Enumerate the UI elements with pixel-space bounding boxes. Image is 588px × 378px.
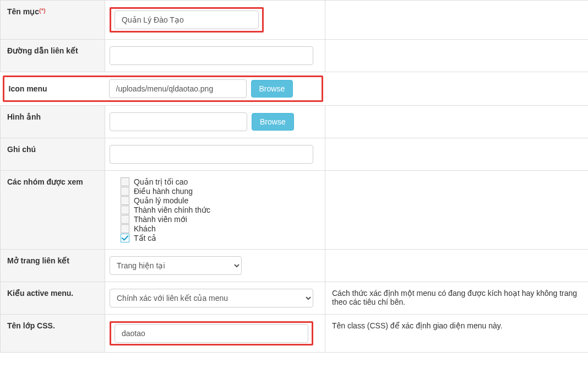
row-css-class: Tên lớp CSS. Tên class (CSS) để xác định…	[1, 315, 589, 353]
groups-list: Quản trị tối caoĐiều hành chungQuản lý m…	[110, 177, 320, 242]
highlight-item-name	[110, 7, 264, 33]
group-item: Điều hành chung	[121, 187, 320, 196]
required-mark: (*)	[39, 7, 46, 14]
item-name-input[interactable]	[115, 10, 259, 29]
group-label: Khách	[134, 224, 156, 233]
group-label: Tất cả	[134, 234, 156, 242]
group-checkbox[interactable]	[121, 224, 129, 233]
help-active-menu: Cách thức xác định một menu có đang được…	[325, 282, 589, 315]
label-image: Hình ảnh	[1, 106, 105, 138]
label-css-class: Tên lớp CSS.	[1, 315, 105, 353]
row-open-link: Mở trang liên kết Trang hiện tại	[1, 250, 589, 282]
group-label: Thành viên chính thức	[134, 206, 210, 214]
label-item-name-text: Tên mục	[7, 7, 39, 16]
label-item-name: Tên mục(*)	[1, 1, 105, 40]
label-open-link: Mở trang liên kết	[1, 250, 105, 282]
group-checkbox[interactable]	[121, 206, 129, 214]
highlight-css-class	[110, 321, 313, 345]
group-checkbox[interactable]	[121, 196, 129, 205]
group-label: Điều hành chung	[134, 187, 193, 196]
icon-menu-input[interactable]	[109, 79, 247, 98]
group-checkbox[interactable]	[121, 234, 129, 242]
row-icon-menu: Icon menu Browse	[1, 72, 589, 106]
group-item: Quản trị tối cao	[121, 177, 320, 186]
label-active-menu: Kiểu active menu.	[1, 282, 105, 315]
menu-edit-form: Tên mục(*) Đường dẫn liên kết Icon menu …	[0, 0, 588, 353]
group-checkbox[interactable]	[121, 187, 129, 196]
row-image: Hình ảnh Browse	[1, 106, 589, 138]
row-item-name: Tên mục(*)	[1, 1, 589, 40]
group-label: Quản trị tối cao	[134, 177, 188, 186]
group-item: Khách	[121, 224, 320, 233]
group-item: Quản lý module	[121, 196, 320, 205]
row-active-menu: Kiểu active menu. Chính xác với liên kết…	[1, 282, 589, 315]
row-link-path: Đường dẫn liên kết	[1, 40, 589, 72]
label-link-path: Đường dẫn liên kết	[1, 40, 105, 72]
image-browse-button[interactable]: Browse	[252, 113, 294, 131]
label-icon-menu: Icon menu	[7, 84, 105, 93]
group-label: Thành viên mới	[134, 215, 187, 224]
group-item: Tất cả	[121, 234, 320, 242]
group-checkbox[interactable]	[121, 215, 129, 224]
group-item: Thành viên chính thức	[121, 206, 320, 214]
row-groups: Các nhóm được xem Quản trị tối caoĐiều h…	[1, 171, 589, 250]
group-checkbox[interactable]	[121, 177, 129, 186]
image-input[interactable]	[110, 112, 247, 131]
group-item: Thành viên mới	[121, 215, 320, 224]
active-menu-select[interactable]: Chính xác với liên kết của menu	[110, 289, 313, 307]
label-groups: Các nhóm được xem	[1, 171, 105, 250]
note-input[interactable]	[110, 145, 313, 164]
row-note: Ghi chú	[1, 138, 589, 171]
label-note: Ghi chú	[1, 138, 105, 171]
help-css-class: Tên class (CSS) để xác định giao diện me…	[325, 315, 589, 353]
icon-browse-button[interactable]: Browse	[251, 80, 293, 98]
open-link-select[interactable]: Trang hiện tại	[110, 256, 242, 275]
css-class-input[interactable]	[115, 324, 308, 343]
group-label: Quản lý module	[134, 196, 188, 205]
link-path-input[interactable]	[110, 46, 313, 65]
